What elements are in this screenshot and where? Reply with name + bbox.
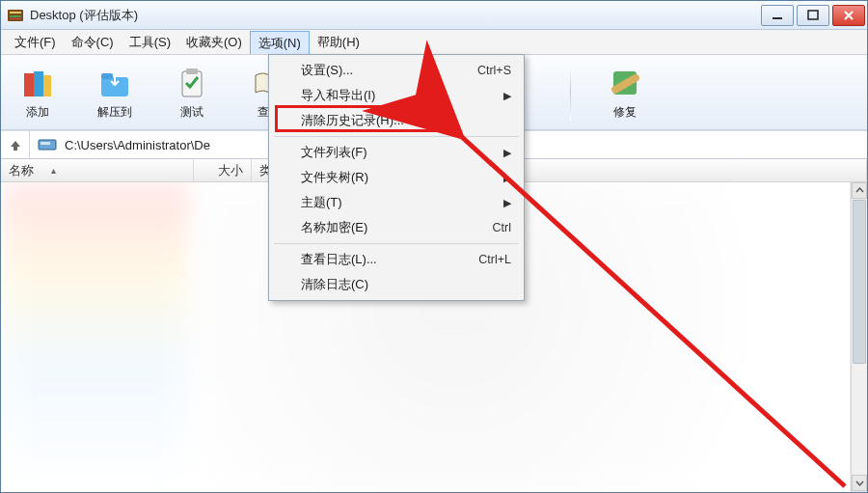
menu-help[interactable]: 帮助(H) (310, 30, 367, 54)
books-stack-icon (18, 64, 57, 102)
column-name[interactable]: 名称 ▴ (1, 159, 194, 181)
toolbar-extract[interactable]: 解压到 (88, 64, 142, 121)
dd-folder-tree-label: 文件夹树(R) (301, 169, 368, 186)
menu-options[interactable]: 选项(N) (250, 31, 310, 54)
svg-rect-5 (808, 11, 818, 19)
dd-view-log-label: 查看日志(L)... (301, 251, 377, 268)
nav-up-button[interactable] (1, 131, 30, 158)
vertical-scrollbar[interactable] (851, 182, 867, 491)
arrow-up-icon (9, 138, 22, 151)
dd-name-encrypt-label: 名称加密(E) (301, 219, 367, 236)
close-button[interactable] (832, 5, 865, 26)
dd-clear-log[interactable]: 清除日志(C) (272, 272, 521, 297)
menu-file[interactable]: 文件(F) (7, 30, 64, 54)
window-buttons (761, 5, 865, 26)
svg-rect-10 (101, 73, 113, 79)
dd-settings-shortcut: Ctrl+S (477, 64, 511, 77)
toolbar-add-label: 添加 (26, 104, 49, 121)
submenu-arrow-icon: ▶ (503, 197, 511, 209)
app-icon (7, 7, 24, 24)
titlebar: Desktop (评估版本) (1, 1, 867, 30)
column-size[interactable]: 大小 (194, 159, 252, 181)
toolbar-repair[interactable]: 修复 (598, 64, 652, 121)
menubar: 文件(F) 命令(C) 工具(S) 收藏夹(O) 选项(N) 帮助(H) (1, 30, 867, 55)
svg-rect-3 (10, 18, 21, 19)
maximize-button[interactable] (797, 5, 829, 26)
toolbar-add[interactable]: 添加 (11, 64, 65, 121)
dd-file-list[interactable]: 文件列表(F) ▶ (272, 140, 521, 165)
dd-name-encrypt-shortcut: Ctrl (493, 221, 511, 234)
clipboard-check-icon (173, 64, 211, 102)
svg-rect-2 (10, 15, 21, 17)
dd-separator (274, 243, 519, 244)
dd-folder-tree[interactable]: 文件夹树(R) ▶ (272, 165, 521, 190)
dd-settings-label: 设置(S)... (301, 62, 353, 79)
menu-favorites[interactable]: 收藏夹(O) (178, 30, 250, 54)
bandage-icon (606, 64, 644, 102)
scroll-down-button[interactable] (852, 475, 867, 491)
dd-import-export-label: 导入和导出(I) (301, 87, 375, 104)
toolbar-test-label: 测试 (180, 104, 203, 121)
dd-import-export[interactable]: 导入和导出(I) ▶ (272, 83, 521, 108)
dd-theme-label: 主题(T) (301, 194, 342, 211)
disk-icon (38, 138, 57, 151)
scroll-up-button[interactable] (852, 182, 867, 199)
dd-view-log[interactable]: 查看日志(L)... Ctrl+L (272, 247, 521, 272)
dd-separator (274, 136, 519, 137)
options-dropdown: 设置(S)... Ctrl+S 导入和导出(I) ▶ 清除历史记录(H)... … (268, 54, 525, 301)
dd-file-list-label: 文件列表(F) (301, 144, 367, 161)
toolbar-test[interactable]: 测试 (165, 64, 219, 121)
menu-commands[interactable]: 命令(C) (64, 30, 122, 54)
toolbar-extract-label: 解压到 (97, 104, 132, 121)
dd-clear-history[interactable]: 清除历史记录(H)... (272, 108, 521, 133)
folder-extract-icon (95, 64, 134, 102)
svg-rect-7 (34, 71, 43, 96)
menu-tools[interactable]: 工具(S) (122, 30, 178, 54)
svg-rect-1 (10, 12, 21, 14)
minimize-button[interactable] (761, 5, 794, 26)
dd-name-encrypt[interactable]: 名称加密(E) Ctrl (272, 215, 521, 240)
toolbar-separator (570, 65, 571, 121)
dd-settings[interactable]: 设置(S)... Ctrl+S (272, 58, 521, 83)
toolbar-repair-label: 修复 (613, 104, 637, 121)
submenu-arrow-icon: ▶ (503, 147, 511, 159)
dd-clear-history-label: 清除历史记录(H)... (301, 112, 404, 129)
sort-indicator-icon: ▴ (51, 165, 56, 176)
svg-rect-17 (41, 142, 50, 145)
window-title: Desktop (评估版本) (30, 7, 761, 24)
chevron-down-icon (855, 479, 864, 487)
svg-rect-4 (773, 17, 782, 19)
svg-rect-6 (24, 73, 34, 96)
dd-view-log-shortcut: Ctrl+L (478, 253, 511, 266)
column-name-label: 名称 (9, 162, 34, 179)
dd-clear-log-label: 清除日志(C) (301, 276, 368, 293)
chevron-up-icon (855, 186, 864, 195)
svg-rect-12 (186, 68, 198, 74)
scroll-thumb[interactable] (853, 200, 866, 364)
svg-rect-8 (43, 75, 51, 96)
submenu-arrow-icon: ▶ (503, 90, 511, 102)
column-size-label: 大小 (218, 162, 243, 179)
submenu-arrow-icon: ▶ (503, 172, 511, 184)
dd-theme[interactable]: 主题(T) ▶ (272, 190, 521, 215)
